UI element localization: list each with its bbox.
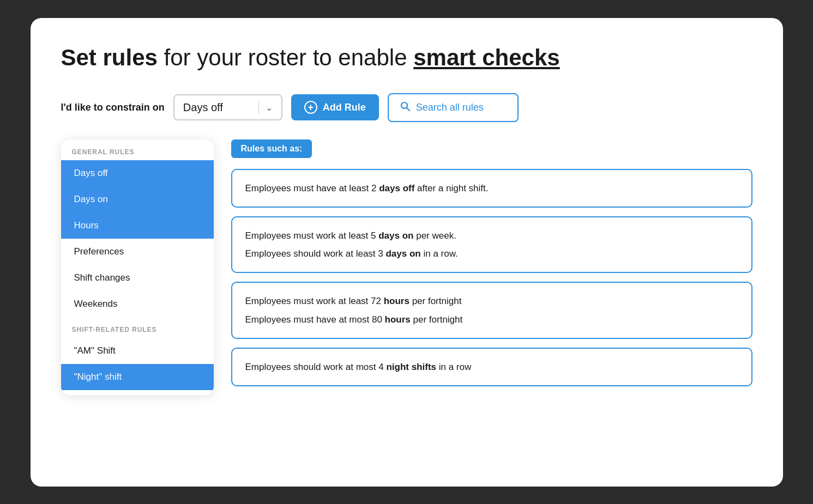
search-all-rules-box[interactable]: Search all rules (388, 93, 519, 122)
rule-text: Employees must have at least 2 days off … (245, 181, 738, 196)
plus-circle-icon: + (304, 101, 317, 114)
sidebar-item-shift-changes[interactable]: Shift changes (61, 265, 214, 291)
main-content: GENERAL RULES Days off Days on Hours Pre… (61, 139, 752, 395)
sidebar-item-hours[interactable]: Hours (61, 212, 214, 239)
sidebar-item-am-shift[interactable]: "AM" Shift (61, 338, 214, 364)
sidebar-item-label: "AM" Shift (74, 345, 116, 356)
svg-line-1 (406, 107, 409, 111)
rule-card-night-shifts: Employees should work at most 4 night sh… (231, 348, 752, 386)
page-title: Set rules for your roster to enable smar… (61, 44, 752, 71)
constrain-label: I'd like to constrain on (61, 102, 165, 113)
constraint-dropdown[interactable]: Days off ⌄ (173, 94, 282, 120)
sidebar-item-label: "Night" shift (74, 372, 122, 382)
search-icon (400, 101, 411, 114)
sidebar-item-label: Days off (74, 168, 108, 178)
sidebar-item-label: Weekends (74, 299, 118, 309)
sidebar-item-preferences[interactable]: Preferences (61, 239, 214, 265)
rule-card-days-on: Employees must work at least 5 days on p… (231, 216, 752, 273)
sidebar-item-weekends[interactable]: Weekends (61, 291, 214, 317)
rule-text: Employees should work at most 4 night sh… (245, 360, 738, 374)
dropdown-divider (258, 101, 259, 114)
rule-card-hours: Employees must work at least 72 hours pe… (231, 282, 752, 338)
rules-panel: Rules such as: Employees must have at le… (231, 139, 752, 395)
general-rules-section-label: GENERAL RULES (61, 139, 214, 160)
main-card: Set rules for your roster to enable smar… (31, 18, 783, 487)
chevron-down-icon: ⌄ (266, 102, 273, 113)
controls-row: I'd like to constrain on Days off ⌄ + Ad… (61, 93, 752, 122)
search-all-rules-label: Search all rules (416, 102, 484, 113)
rule-text: Employees must work at least 72 hours pe… (245, 294, 738, 326)
add-rule-label: Add Rule (323, 102, 366, 113)
sidebar-item-label: Hours (74, 220, 99, 230)
rule-card-days-off: Employees must have at least 2 days off … (231, 169, 752, 208)
sidebar-item-night-shift[interactable]: "Night" shift (61, 364, 214, 390)
sidebar-item-label: Preferences (74, 246, 124, 257)
add-rule-button[interactable]: + Add Rule (291, 94, 379, 120)
sidebar-item-label: Shift changes (74, 272, 130, 283)
shift-related-rules-section-label: SHIFT-RELATED RULES (61, 317, 214, 338)
dropdown-value: Days off (183, 101, 252, 114)
rule-text: Employees must work at least 5 days on p… (245, 228, 738, 261)
sidebar-item-label: Days on (74, 194, 108, 204)
sidebar-item-days-on[interactable]: Days on (61, 186, 214, 212)
sidebar: GENERAL RULES Days off Days on Hours Pre… (61, 139, 214, 395)
rules-such-as-header: Rules such as: (231, 139, 312, 158)
sidebar-item-days-off[interactable]: Days off (61, 160, 214, 186)
